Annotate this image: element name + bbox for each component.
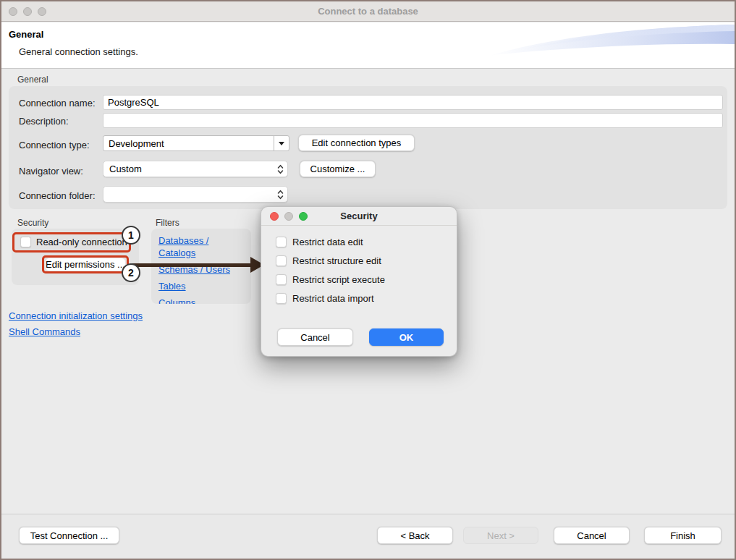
restrict-data-import-label: Restrict data import — [292, 293, 374, 304]
page-title: General — [9, 29, 43, 40]
popup-cancel-button[interactable]: Cancel — [277, 328, 353, 346]
restrict-data-import-row[interactable]: Restrict data import — [276, 293, 374, 304]
security-popup: Security Restrict data edit Restrict str… — [261, 206, 457, 357]
connection-type-value: Development — [103, 138, 274, 149]
connection-folder-select[interactable] — [103, 186, 288, 203]
wizard-footer: Test Connection ... < Back Next > Cancel… — [1, 514, 735, 559]
restrict-data-import-checkbox[interactable] — [276, 293, 287, 304]
wizard-content: General Connection name: Description: Co… — [1, 69, 735, 514]
back-button[interactable]: < Back — [377, 527, 453, 544]
shell-commands-link[interactable]: Shell Commands — [9, 326, 80, 337]
connection-folder-label: Connection folder: — [19, 190, 96, 201]
navigator-view-value: Custom — [103, 164, 273, 174]
restrict-structure-edit-row[interactable]: Restrict structure edit — [276, 255, 381, 266]
annotation-arrow-line — [132, 263, 252, 267]
navigator-view-label: Navigator view: — [19, 166, 83, 177]
security-group-label: Security — [17, 218, 48, 228]
restrict-data-edit-label: Restrict data edit — [292, 237, 363, 247]
filter-link-databases-catalogs[interactable]: Databases / Catalogs — [158, 234, 244, 259]
restrict-data-edit-row[interactable]: Restrict data edit — [276, 237, 363, 247]
combo-dropdown-button[interactable] — [274, 136, 289, 150]
wizard-header: General General connection settings. — [1, 22, 735, 69]
restrict-script-execute-row[interactable]: Restrict script execute — [276, 274, 385, 285]
security-popup-titlebar: Security — [261, 207, 457, 226]
connect-database-window: Connect to a database General General co… — [0, 0, 736, 560]
connection-type-combo[interactable]: Development — [103, 135, 289, 151]
page-subtitle: General connection settings. — [19, 46, 138, 57]
customize-button[interactable]: Customize ... — [300, 161, 376, 177]
readonly-connection-checkbox[interactable] — [20, 237, 31, 247]
banner-swoosh-decoration — [488, 22, 735, 59]
connection-name-input[interactable] — [103, 95, 723, 110]
navigator-view-select[interactable]: Custom — [103, 161, 288, 177]
test-connection-button[interactable]: Test Connection ... — [19, 527, 119, 544]
up-down-chevrons-icon — [273, 190, 287, 200]
general-group-label: General — [17, 75, 48, 85]
next-button: Next > — [463, 527, 538, 544]
restrict-data-edit-checkbox[interactable] — [276, 237, 287, 247]
window-titlebar: Connect to a database — [1, 1, 735, 22]
annotation-badge-1: 1 — [122, 226, 140, 245]
edit-permissions-button[interactable]: Edit permissions ... — [45, 258, 126, 271]
cancel-button[interactable]: Cancel — [554, 527, 630, 544]
connection-type-label: Connection type: — [19, 140, 90, 150]
popup-ok-button[interactable]: OK — [369, 328, 444, 346]
caret-down-icon — [279, 142, 284, 145]
description-label: Description: — [19, 116, 69, 127]
edit-connection-types-button[interactable]: Edit connection types — [298, 135, 415, 151]
filter-link-tables[interactable]: Tables — [158, 280, 244, 292]
connection-name-label: Connection name: — [19, 98, 96, 109]
readonly-connection-label: Read-only connection — [36, 237, 127, 247]
filters-group-label: Filters — [156, 218, 179, 228]
description-input[interactable] — [103, 113, 723, 128]
finish-button[interactable]: Finish — [644, 527, 722, 544]
up-down-chevrons-icon — [273, 164, 287, 174]
annotation-badge-2: 2 — [122, 263, 140, 282]
restrict-script-execute-label: Restrict script execute — [292, 274, 385, 285]
restrict-script-execute-checkbox[interactable] — [276, 274, 287, 285]
filter-link-columns[interactable]: Columns — [158, 297, 244, 304]
restrict-structure-edit-checkbox[interactable] — [276, 255, 287, 266]
connection-init-settings-link[interactable]: Connection initialization settings — [9, 310, 143, 321]
window-title: Connect to a database — [1, 6, 735, 17]
readonly-connection-row[interactable]: Read-only connection — [20, 237, 127, 247]
restrict-structure-edit-label: Restrict structure edit — [292, 255, 381, 266]
popup-title: Security — [261, 211, 457, 221]
